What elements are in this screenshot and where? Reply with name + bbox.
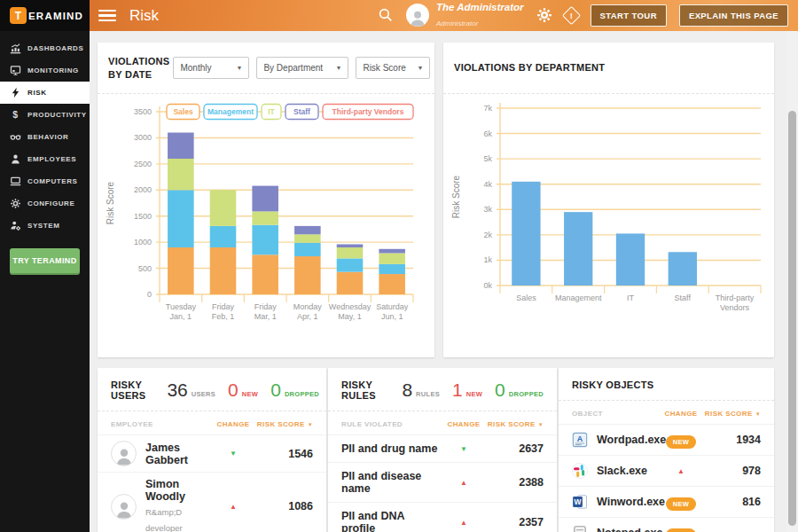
gear-icon[interactable] bbox=[536, 7, 552, 23]
sidebar-item-label: COMPUTERS bbox=[27, 177, 78, 185]
column-change[interactable]: CHANGE bbox=[441, 420, 487, 428]
panel-title: RISKY OBJECTS bbox=[572, 379, 653, 390]
table-row[interactable]: Simon WoodlyR&amp;D developer ▲ 1086 bbox=[98, 472, 326, 532]
sidebar-item-label: CONFIGURE bbox=[27, 200, 74, 207]
scrollbar-track[interactable] bbox=[786, 31, 798, 532]
column-risk-score[interactable]: RISK SCORE▼ bbox=[487, 420, 544, 428]
object-name: Winword.exe bbox=[597, 496, 658, 508]
sidebar-nav: DASHBOARDS MONITORING RISK $ PRODUCTIVIT… bbox=[0, 31, 90, 237]
logo-t-icon: T bbox=[10, 7, 27, 24]
sidebar-item-label: SYSTEM bbox=[27, 222, 60, 230]
hamburger-menu-icon[interactable] bbox=[98, 7, 116, 25]
sidebar-item-system[interactable]: SYSTEM bbox=[0, 215, 90, 237]
column-rule-violated: RULE VIOLATED bbox=[341, 420, 441, 428]
word-icon: W bbox=[572, 494, 588, 510]
column-risk-score[interactable]: RISK SCORE▼ bbox=[704, 410, 761, 418]
bar-chart-icon bbox=[10, 43, 21, 54]
violations-by-department-panel: VIOLATIONS BY DEPARTMENT 0k1k2k3k4k5k6k7… bbox=[443, 43, 774, 357]
chevron-down-icon: ▼ bbox=[417, 65, 423, 71]
svg-text:6k: 6k bbox=[483, 129, 492, 138]
user-name: The Administrator bbox=[436, 2, 524, 14]
sidebar-item-label: BEHAVIOR bbox=[27, 133, 68, 141]
logo-text: ERAMIND bbox=[28, 11, 83, 21]
svg-text:Monday: Monday bbox=[293, 302, 323, 311]
risk-score: 1934 bbox=[704, 434, 761, 446]
explain-this-page-button[interactable]: EXPLAIN THIS PAGE bbox=[679, 4, 788, 27]
try-teramind-button[interactable]: TRY TERAMIND bbox=[10, 248, 80, 273]
scrollbar-thumb[interactable] bbox=[788, 111, 796, 526]
object-name: Wordpad.exe bbox=[597, 434, 658, 446]
avatar bbox=[111, 441, 137, 466]
column-change[interactable]: CHANGE bbox=[210, 420, 256, 428]
table-row[interactable]: PII and disease name ▲ 2388 bbox=[328, 462, 557, 502]
svg-text:Apr, 1: Apr, 1 bbox=[297, 312, 318, 321]
column-employee: EMPLOYEE bbox=[111, 420, 210, 428]
sidebar-item-productivity[interactable]: $ PRODUCTIVITY bbox=[0, 104, 90, 126]
table-row[interactable]: Slack.exe ▲ 978 bbox=[559, 455, 774, 486]
panel-title: VIOLATIONS BY DEPARTMENT bbox=[454, 61, 605, 74]
search-icon[interactable] bbox=[378, 7, 394, 23]
table-row[interactable]: PII and DNA profile ▲ 2357 bbox=[328, 502, 557, 532]
svg-text:Risk Score: Risk Score bbox=[451, 175, 461, 218]
sidebar: T ERAMIND DASHBOARDS MONITORING RISK $ P… bbox=[0, 0, 90, 532]
table-row[interactable]: W Winword.exe NEW 816 bbox=[559, 486, 774, 517]
svg-text:Vendors: Vendors bbox=[720, 303, 750, 312]
violations-by-date-chart: 0500100015002000250030003500Risk ScoreTu… bbox=[101, 98, 431, 355]
system-icon bbox=[10, 220, 21, 231]
svg-text:2500: 2500 bbox=[134, 160, 152, 168]
sort-desc-icon: ▼ bbox=[308, 422, 313, 427]
start-tour-button[interactable]: START TOUR bbox=[591, 4, 667, 27]
wordpad-icon: A bbox=[572, 432, 588, 448]
lightning-icon bbox=[10, 87, 21, 98]
svg-text:A: A bbox=[577, 434, 583, 443]
gear-icon bbox=[10, 198, 21, 209]
svg-text:Management: Management bbox=[207, 107, 254, 116]
rule-name: PII and DNA profile bbox=[341, 510, 441, 532]
increase-icon: ▲ bbox=[441, 519, 487, 527]
rule-name: PII and drug name bbox=[341, 442, 441, 455]
rules-count: 8 bbox=[402, 379, 412, 401]
svg-text:3500: 3500 bbox=[134, 107, 152, 116]
sidebar-item-behavior[interactable]: BEHAVIOR bbox=[0, 126, 90, 148]
panel-title: RISKY RULES bbox=[341, 379, 380, 401]
dollar-icon: $ bbox=[10, 109, 21, 121]
period-dropdown[interactable]: Monthly ▼ bbox=[173, 57, 249, 79]
column-risk-score[interactable]: RISK SCORE▼ bbox=[256, 420, 313, 428]
svg-text:Risk Score: Risk Score bbox=[106, 181, 115, 224]
sidebar-item-computers[interactable]: COMPUTERS bbox=[0, 170, 90, 192]
svg-text:Staff: Staff bbox=[293, 107, 310, 116]
alert-diamond-icon[interactable]: ! bbox=[561, 6, 580, 25]
panel-title: RISKY USERS bbox=[111, 379, 145, 401]
svg-text:Tuesday: Tuesday bbox=[166, 302, 197, 311]
table-row[interactable]: PII and drug name ▼ 2637 bbox=[328, 434, 557, 462]
employee-subtitle: R&amp;D developer bbox=[145, 507, 183, 532]
sidebar-item-risk[interactable]: RISK bbox=[0, 82, 90, 104]
avatar bbox=[406, 4, 429, 27]
avatar bbox=[111, 494, 137, 520]
table-row[interactable]: A Wordpad.exe NEW 1934 bbox=[559, 424, 774, 455]
svg-text:2000: 2000 bbox=[134, 185, 152, 194]
sidebar-item-monitoring[interactable]: MONITORING bbox=[0, 59, 90, 82]
sidebar-item-configure[interactable]: CONFIGURE bbox=[0, 192, 90, 215]
sidebar-item-employees[interactable]: EMPLOYEES bbox=[0, 148, 90, 170]
svg-text:500: 500 bbox=[138, 264, 152, 273]
new-badge: NEW bbox=[658, 494, 704, 510]
group-by-dropdown[interactable]: By Department ▼ bbox=[256, 57, 348, 79]
increase-icon: ▲ bbox=[658, 467, 704, 475]
risk-score: 2357 bbox=[487, 516, 544, 528]
table-row[interactable]: James Gabbert ▼ 1546 bbox=[98, 434, 326, 472]
table-row[interactable]: Notepad.exe NEW bbox=[559, 517, 774, 532]
column-change[interactable]: CHANGE bbox=[658, 410, 704, 418]
svg-text:Jun, 1: Jun, 1 bbox=[381, 312, 403, 321]
svg-text:5k: 5k bbox=[483, 154, 492, 163]
risk-score: 1086 bbox=[256, 500, 313, 512]
sidebar-item-dashboards[interactable]: DASHBOARDS bbox=[0, 37, 90, 59]
user-menu[interactable]: The Administrator Administrator bbox=[406, 2, 524, 30]
teramind-logo[interactable]: T ERAMIND bbox=[0, 0, 90, 31]
svg-text:Jan, 1: Jan, 1 bbox=[170, 312, 192, 321]
svg-text:IT: IT bbox=[268, 107, 275, 116]
metric-dropdown[interactable]: Risk Score ▼ bbox=[356, 57, 430, 79]
glasses-icon bbox=[10, 131, 21, 143]
svg-text:$: $ bbox=[12, 109, 18, 120]
users-count: 36 bbox=[167, 379, 187, 401]
